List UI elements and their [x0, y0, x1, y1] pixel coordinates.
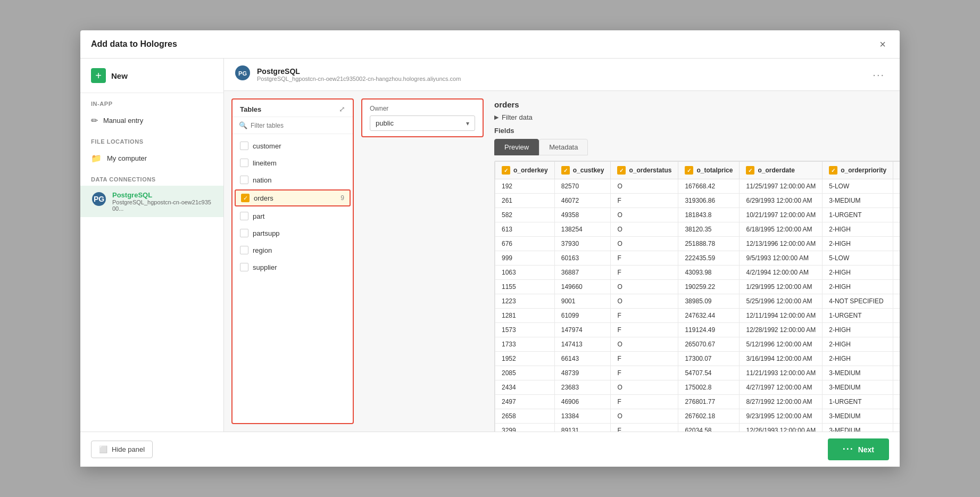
data-panel: Owner public ▾ orders: [354, 91, 900, 432]
table-checkbox-nation[interactable]: [240, 176, 248, 184]
next-button[interactable]: ··· Next: [828, 438, 889, 460]
table-cell: 2-HIGH: [823, 280, 893, 294]
postgresql-name: PostgreSQL: [112, 191, 213, 199]
table-cell: O: [611, 280, 678, 294]
table-list-item-region[interactable]: region: [232, 242, 353, 259]
table-cell: 49358: [554, 208, 611, 222]
table-row: 208548739F54707.5411/21/1993 12:00:00 AM…: [495, 366, 900, 380]
tables-search-box[interactable]: 🔍: [232, 117, 353, 134]
table-list-item-nation[interactable]: nation: [232, 171, 353, 188]
table-cell: F: [611, 309, 678, 323]
main-content: PG PostgreSQL PostgreSQL_hgpostcn-cn-oew…: [224, 59, 900, 432]
table-cell: 23683: [554, 380, 611, 395]
sidebar-item-manual-entry[interactable]: ✏ Manual entry: [80, 110, 223, 131]
modal-footer: ⬜ Hide panel ··· Next: [80, 432, 900, 467]
table-cell: Clerk#000000853: [893, 424, 900, 432]
table-cell: 2-HIGH: [823, 323, 893, 337]
table-cell: Clerk#000000164: [893, 280, 900, 294]
new-button[interactable]: + New: [80, 59, 223, 93]
owner-select[interactable]: public ▾: [370, 115, 475, 131]
table-row: 1155149660O190259.221/29/1995 12:00:00 A…: [495, 280, 900, 294]
table-cell: 11/25/1997 12:00:00 AM: [740, 179, 823, 194]
table-list-item-customer[interactable]: customer: [232, 137, 353, 154]
col-checkbox-o_orderstatus[interactable]: ✓: [617, 166, 626, 175]
table-checkbox-supplier[interactable]: [240, 263, 248, 271]
table-checkbox-lineitem[interactable]: [240, 159, 248, 167]
table-checkbox-customer[interactable]: [240, 142, 248, 150]
table-cell: 89131: [554, 424, 611, 432]
data-table-container[interactable]: ✓o_orderkey✓o_custkey✓o_orderstatus✓o_to…: [494, 161, 900, 432]
hide-panel-button[interactable]: ⬜ Hide panel: [91, 441, 153, 458]
manual-entry-label: Manual entry: [103, 117, 143, 125]
tab-preview[interactable]: Preview: [494, 139, 539, 155]
tabs-row: PreviewMetadata 🔍: [494, 139, 900, 155]
table-cell: 167668.42: [678, 179, 740, 194]
tab-metadata[interactable]: Metadata: [539, 139, 588, 155]
table-cell: 4/2/1994 12:00:00 AM: [740, 266, 823, 280]
table-cell: 54707.54: [678, 366, 740, 380]
table-list-item-lineitem[interactable]: lineitem: [232, 154, 353, 171]
table-cell: O: [611, 237, 678, 251]
file-locations-section-label: FILE LOCATIONS: [80, 131, 223, 148]
next-label: Next: [858, 445, 874, 454]
table-cell: 999: [495, 251, 555, 266]
table-checkbox-region[interactable]: [240, 246, 248, 254]
tables-list: customerlineitemnation✓orders9partpartsu…: [232, 134, 353, 423]
table-cell: 48739: [554, 366, 611, 380]
owner-label: Owner: [370, 105, 475, 112]
table-cell: 5-LOW: [823, 179, 893, 194]
tables-expand-button[interactable]: ⤢: [339, 105, 345, 113]
table-cell: 4-NOT SPECIFIED: [823, 294, 893, 309]
table-cell: 1-URGENT: [823, 309, 893, 323]
table-name-label: supplier: [253, 263, 345, 271]
col-checkbox-o_custkey[interactable]: ✓: [561, 166, 570, 175]
table-cell: 1/29/1995 12:00:00 AM: [740, 280, 823, 294]
column-header-o_custkey: ✓o_custkey: [554, 162, 611, 179]
table-cell: F: [611, 424, 678, 432]
table-cell: 175002.8: [678, 380, 740, 395]
table-row: 613138254O38120.356/18/1995 12:00:00 AM2…: [495, 222, 900, 237]
table-checkbox-partsupp[interactable]: [240, 229, 248, 237]
hide-panel-square-icon: ⬜: [99, 445, 107, 453]
table-list-item-orders[interactable]: ✓orders9: [235, 189, 351, 206]
table-list-item-partsupp[interactable]: partsupp: [232, 225, 353, 242]
table-cell: Clerk#000000024: [893, 266, 900, 280]
table-row: 1733147413O265070.675/12/1996 12:00:00 A…: [495, 337, 900, 352]
col-checkbox-o_totalprice[interactable]: ✓: [685, 166, 693, 175]
table-cell: 2-HIGH: [823, 352, 893, 366]
table-cell: 1063: [495, 266, 555, 280]
col-checkbox-o_orderpriority[interactable]: ✓: [829, 166, 837, 175]
table-checkbox-orders[interactable]: ✓: [241, 194, 250, 202]
sidebar: + New IN-APP ✏ Manual entry FILE LOCATIO…: [80, 59, 224, 432]
selected-table-name: orders: [494, 100, 519, 109]
table-checkbox-part[interactable]: [240, 212, 248, 220]
col-checkbox-o_orderdate[interactable]: ✓: [746, 166, 754, 175]
table-cell: Clerk#000000172: [893, 222, 900, 237]
close-button[interactable]: ×: [876, 38, 889, 51]
table-cell: 2-HIGH: [823, 337, 893, 352]
table-name-label: lineitem: [253, 159, 345, 167]
db-header-pg-icon: PG: [235, 65, 251, 84]
sidebar-item-postgresql[interactable]: PG PostgreSQL PostgreSQL_hgpostcn-cn-oew…: [80, 186, 223, 217]
db-more-button[interactable]: ···: [868, 67, 889, 83]
sidebar-item-my-computer[interactable]: 📁 My computer: [80, 148, 223, 169]
table-cell: Clerk#000000483: [893, 179, 900, 194]
table-cell: 582: [495, 208, 555, 222]
col-checkmark-icon: ✓: [687, 168, 691, 173]
table-cell: 46072: [554, 194, 611, 208]
table-cell: 9/23/1995 12:00:00 AM: [740, 409, 823, 424]
pencil-icon: ✏: [91, 115, 98, 126]
tables-filter-input[interactable]: [251, 122, 346, 129]
table-cell: 2-HIGH: [823, 237, 893, 251]
table-cell: 9001: [554, 294, 611, 309]
filter-data-row[interactable]: ▶ Filter data: [494, 113, 900, 121]
table-list-item-supplier[interactable]: supplier: [232, 259, 353, 276]
table-list-item-part[interactable]: part: [232, 208, 353, 225]
table-cell: 3-MEDIUM: [823, 380, 893, 395]
fields-label: Fields: [494, 127, 900, 135]
table-cell: 60163: [554, 251, 611, 266]
table-cell: 8/27/1992 12:00:00 AM: [740, 395, 823, 409]
col-checkbox-o_orderkey[interactable]: ✓: [502, 166, 510, 175]
table-cell: F: [611, 266, 678, 280]
table-cell: 17300.07: [678, 352, 740, 366]
